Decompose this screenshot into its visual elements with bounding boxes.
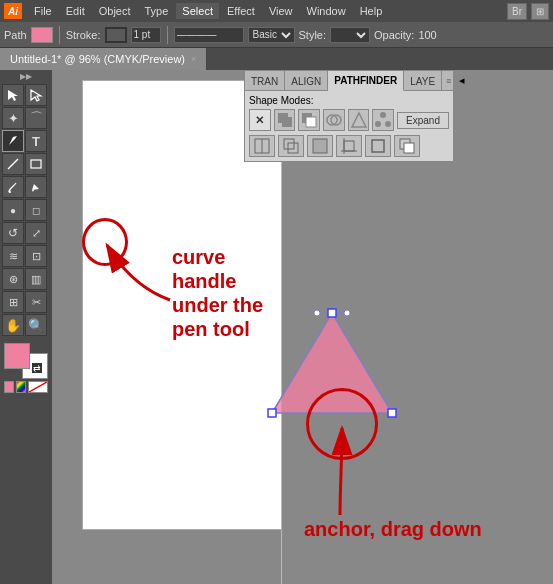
lasso-tool[interactable]: ⌒: [25, 107, 47, 129]
style-label: Style:: [299, 29, 327, 41]
svg-rect-17: [284, 139, 294, 149]
svg-rect-20: [344, 141, 354, 151]
eraser-tool[interactable]: ◻: [25, 199, 47, 221]
basic-select[interactable]: Basic: [248, 27, 295, 43]
paintbrush-tool[interactable]: [2, 176, 24, 198]
pf-outline-btn[interactable]: [365, 135, 391, 157]
svg-rect-23: [372, 140, 384, 152]
pathfinder-panel: TRAN ALIGN PATHFINDER LAYE ≡ ◂ Shape Mod…: [244, 70, 454, 162]
menubar: Ai File Edit Object Type Select Effect V…: [0, 0, 553, 22]
pf-minus-back-btn[interactable]: [394, 135, 420, 157]
style-select[interactable]: [330, 27, 370, 43]
color-swatch-area: ⇄: [2, 341, 50, 395]
expand-button[interactable]: Expand: [397, 112, 449, 129]
rotate-tool[interactable]: ↺: [2, 222, 24, 244]
svg-marker-0: [8, 90, 18, 101]
pf-crop-btn[interactable]: [336, 135, 362, 157]
main-area: ▶▶ ✦ ⌒ T: [0, 70, 553, 584]
warp-tool[interactable]: ≋: [2, 245, 24, 267]
menu-window[interactable]: Window: [301, 3, 352, 19]
tab-close-btn[interactable]: ×: [191, 54, 196, 64]
panel-tab-bar: TRAN ALIGN PATHFINDER LAYE ≡ ◂: [245, 71, 453, 91]
menu-edit[interactable]: Edit: [60, 3, 91, 19]
svg-rect-6: [282, 117, 292, 127]
anchor-point-highlight-circle: [306, 388, 378, 460]
rectangle-tool[interactable]: [25, 153, 47, 175]
blob-brush-tool[interactable]: ●: [2, 199, 24, 221]
document-tab[interactable]: Untitled-1* @ 96% (CMYK/Preview) ×: [0, 48, 207, 70]
symbol-sprayer-tool[interactable]: ⊛: [2, 268, 24, 290]
svg-rect-19: [313, 139, 327, 153]
panel-tab-pathfinder[interactable]: PATHFINDER: [328, 71, 404, 91]
menu-help[interactable]: Help: [354, 3, 389, 19]
options-toolbar: Path Stroke: Basic Style: Opacity: 100: [0, 22, 553, 48]
pen-tool[interactable]: [2, 130, 24, 152]
swatch-stack: ⇄: [4, 343, 48, 379]
panel-tab-layers[interactable]: LAYE: [404, 71, 442, 91]
svg-point-31: [344, 310, 350, 316]
color-mode-btn[interactable]: [4, 381, 14, 393]
magic-wand-tool[interactable]: ✦: [2, 107, 24, 129]
foreground-color-swatch[interactable]: [4, 343, 30, 369]
stroke-label: Stroke:: [66, 29, 101, 41]
panel-collapse-btn[interactable]: ◂: [455, 71, 469, 90]
panel-tab-align[interactable]: ALIGN: [285, 71, 328, 91]
bridge-btn[interactable]: Br: [507, 3, 527, 20]
direct-selection-tool[interactable]: [25, 84, 47, 106]
tool-row-10: ⊞ ✂: [2, 291, 50, 313]
scale-tool[interactable]: ⤢: [25, 222, 47, 244]
anchor-drag-annotation: anchor, drag down: [304, 518, 482, 541]
curve-handle-annotation: curvehandleunder thepen tool: [172, 245, 263, 341]
free-transform-tool[interactable]: ⊡: [25, 245, 47, 267]
menu-select[interactable]: Select: [176, 3, 219, 19]
stroke-swatch[interactable]: [105, 27, 127, 43]
swap-colors-btn[interactable]: ⇄: [32, 363, 42, 373]
fill-swatch[interactable]: [31, 27, 53, 43]
svg-rect-25: [404, 143, 414, 153]
svg-line-4: [29, 382, 47, 392]
menu-view[interactable]: View: [263, 3, 299, 19]
shape-modes-label: Shape Modes:: [249, 95, 449, 106]
tool-row-3: T: [2, 130, 50, 152]
slice-tool[interactable]: ✂: [25, 291, 47, 313]
intersect-btn[interactable]: [323, 109, 345, 131]
line-tool[interactable]: [2, 153, 24, 175]
artboard-tool[interactable]: ⊞: [2, 291, 24, 313]
selection-tool[interactable]: [2, 84, 24, 106]
menu-object[interactable]: Object: [93, 3, 137, 19]
none-mode-btn[interactable]: [28, 381, 48, 393]
type-tool[interactable]: T: [25, 130, 47, 152]
stroke-weight-input[interactable]: [131, 27, 161, 43]
exclude-btn[interactable]: [348, 109, 370, 131]
tool-row-11: ✋ 🔍: [2, 314, 50, 336]
minus-front-btn[interactable]: [298, 109, 320, 131]
graph-tool[interactable]: ▥: [25, 268, 47, 290]
menu-type[interactable]: Type: [139, 3, 175, 19]
menu-file[interactable]: File: [28, 3, 58, 19]
pf-divide-btn[interactable]: [249, 135, 275, 157]
dash-line-input[interactable]: [174, 27, 244, 43]
panel-tab-tran[interactable]: TRAN: [245, 71, 285, 91]
zoom-tool[interactable]: 🔍: [25, 314, 47, 336]
pencil-tool[interactable]: [25, 176, 47, 198]
svg-point-14: [375, 121, 381, 127]
close-shape-btn[interactable]: ✕: [249, 109, 271, 131]
hand-tool[interactable]: ✋: [2, 314, 24, 336]
svg-point-13: [385, 121, 391, 127]
pf-trim-btn[interactable]: [278, 135, 304, 157]
svg-rect-33: [388, 409, 396, 417]
unite-shape-btn[interactable]: [274, 109, 296, 131]
svg-rect-8: [306, 117, 316, 127]
cs-btn[interactable]: ⊞: [531, 3, 549, 20]
tool-row-1: [2, 84, 50, 106]
gradient-mode-btn[interactable]: [16, 381, 26, 393]
tool-row-8: ≋ ⊡: [2, 245, 50, 267]
menu-effect[interactable]: Effect: [221, 3, 261, 19]
tab-label: Untitled-1* @ 96% (CMYK/Preview): [10, 53, 185, 65]
pf-merge-btn[interactable]: [307, 135, 333, 157]
svg-line-2: [8, 159, 18, 169]
left-toolbar: ▶▶ ✦ ⌒ T: [0, 70, 52, 584]
panel-grip: ≡: [442, 71, 455, 90]
flower-shape-btn[interactable]: [372, 109, 394, 131]
opacity-value: 100: [418, 29, 436, 41]
